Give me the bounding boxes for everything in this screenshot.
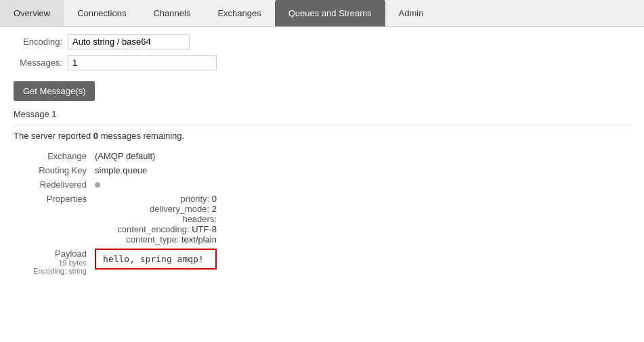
property-value: text/plain bbox=[181, 234, 217, 244]
encoding-label: Encoding: bbox=[14, 37, 68, 47]
property-name: priority: bbox=[181, 194, 212, 204]
message-details: Exchange (AMQP default) Routing Key simp… bbox=[27, 149, 217, 277]
exchange-value: (AMQP default) bbox=[95, 149, 217, 163]
exchange-row: Exchange (AMQP default) bbox=[27, 149, 217, 163]
redelivered-label: Redelivered bbox=[27, 177, 95, 192]
payload-box: hello, spring amqp! bbox=[95, 249, 217, 270]
property-name: content_encoding: bbox=[117, 224, 192, 234]
property-line: delivery_mode: 2 bbox=[95, 204, 217, 214]
redelivered-row: Redelivered bbox=[27, 177, 217, 192]
property-value: UTF-8 bbox=[192, 224, 217, 234]
property-line: content_type: text/plain bbox=[95, 234, 217, 244]
nav-tabs: Overview Connections Channels Exchanges … bbox=[0, 0, 644, 27]
tab-connections[interactable]: Connections bbox=[64, 0, 139, 26]
tab-queues-and-streams[interactable]: Queues and Streams bbox=[275, 0, 385, 26]
messages-label: Messages: bbox=[14, 58, 68, 68]
tab-overview[interactable]: Overview bbox=[0, 0, 64, 26]
routing-key-row: Routing Key simple.queue bbox=[27, 163, 217, 177]
tab-channels[interactable]: Channels bbox=[139, 0, 204, 26]
property-line: headers: bbox=[95, 214, 217, 224]
server-report-prefix: The server reported bbox=[14, 131, 93, 141]
get-messages-button[interactable]: Get Message(s) bbox=[14, 81, 95, 101]
properties-value: priority: 0delivery_mode: 2headers: cont… bbox=[95, 192, 217, 247]
server-report: The server reported 0 messages remaining… bbox=[14, 131, 630, 141]
payload-bytes: 19 bytes bbox=[27, 259, 87, 267]
routing-key-value: simple.queue bbox=[95, 163, 217, 177]
page-content: Encoding: Messages: Get Message(s) Messa… bbox=[0, 27, 644, 284]
server-report-count: 0 bbox=[93, 131, 98, 141]
property-line: priority: 0 bbox=[95, 194, 217, 204]
property-line: content_encoding: UTF-8 bbox=[95, 224, 217, 234]
tab-exchanges[interactable]: Exchanges bbox=[204, 0, 274, 26]
divider bbox=[14, 125, 630, 125]
properties-label: Properties bbox=[27, 192, 95, 247]
payload-title: Payload bbox=[27, 249, 87, 259]
messages-input[interactable] bbox=[68, 55, 217, 70]
payload-value-cell: hello, spring amqp! bbox=[95, 247, 217, 277]
encoding-row: Encoding: bbox=[14, 34, 630, 49]
property-name: content_type: bbox=[126, 234, 181, 244]
server-report-suffix: messages remaining. bbox=[98, 131, 184, 141]
encoding-input[interactable] bbox=[68, 34, 190, 49]
payload-row: Payload 19 bytes Encoding: string hello,… bbox=[27, 247, 217, 277]
payload-label-cell: Payload 19 bytes Encoding: string bbox=[27, 247, 95, 277]
redelivered-value bbox=[95, 177, 217, 192]
property-value: 2 bbox=[212, 204, 217, 214]
routing-key-label: Routing Key bbox=[27, 163, 95, 177]
redelivered-dot bbox=[95, 182, 100, 188]
tab-admin[interactable]: Admin bbox=[385, 0, 437, 26]
messages-row: Messages: bbox=[14, 55, 630, 70]
properties-row: Properties priority: 0delivery_mode: 2he… bbox=[27, 192, 217, 247]
message-title: Message 1 bbox=[14, 109, 630, 119]
property-name: delivery_mode: bbox=[150, 204, 212, 214]
property-name: headers: bbox=[182, 214, 217, 224]
exchange-label: Exchange bbox=[27, 149, 95, 163]
payload-encoding-label: Encoding: string bbox=[27, 267, 87, 275]
property-value: 0 bbox=[212, 194, 217, 204]
